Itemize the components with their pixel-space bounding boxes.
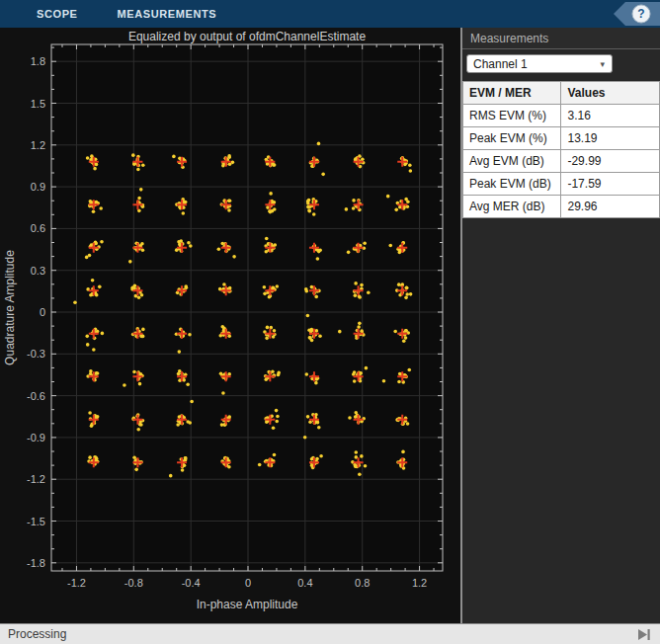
help-button[interactable]: ? <box>614 2 660 26</box>
svg-text:0: 0 <box>245 577 251 589</box>
svg-text:-1.2: -1.2 <box>67 577 86 589</box>
svg-text:0.8: 0.8 <box>355 577 370 589</box>
measurement-value: 13.19 <box>561 127 660 150</box>
measurement-row: Avg EVM (dB) -29.99 <box>463 150 660 173</box>
status-bar: Processing <box>0 623 660 644</box>
measurement-label: Peak EVM (dB) <box>463 173 561 196</box>
channel-selector-row: Channel 1 ▾ <box>462 49 660 77</box>
status-text: Processing <box>0 627 637 641</box>
measurements-panel: Measurements Channel 1 ▾ EVM / MER Value… <box>462 28 660 623</box>
svg-text:-1.2: -1.2 <box>27 473 45 485</box>
svg-text:-0.4: -0.4 <box>182 577 201 589</box>
measurement-row: Peak EVM (dB) -17.59 <box>463 173 660 196</box>
svg-text:-0.8: -0.8 <box>124 577 143 589</box>
measurement-row: Avg MER (dB) 29.96 <box>463 196 660 218</box>
svg-text:Equalized by output of ofdmCha: Equalized by output of ofdmChannelEstima… <box>128 30 366 43</box>
measurement-label: Avg EVM (dB) <box>463 150 561 173</box>
measurement-value: -29.99 <box>561 150 660 173</box>
channel-select-value: Channel 1 <box>473 57 528 71</box>
channel-select[interactable]: Channel 1 ▾ <box>466 54 613 73</box>
svg-text:-1.8: -1.8 <box>27 557 45 569</box>
step-forward-icon[interactable] <box>637 628 651 641</box>
svg-text:0.9: 0.9 <box>31 181 45 193</box>
ribbon-toolbar: SCOPE MEASUREMENTS ? <box>0 0 660 28</box>
svg-text:1.5: 1.5 <box>31 98 45 110</box>
app-window: SCOPE MEASUREMENTS ? -1.2-0.8-0.400.40.8… <box>0 0 660 644</box>
table-header-metric: EVM / MER <box>463 82 561 105</box>
svg-text:-0.3: -0.3 <box>27 348 45 360</box>
measurement-row: Peak EVM (%) 13.19 <box>463 127 660 150</box>
svg-text:0.4: 0.4 <box>297 577 312 589</box>
measurement-label: Peak EVM (%) <box>463 127 561 150</box>
question-glyph: ? <box>637 7 644 21</box>
table-header-values: Values <box>561 82 660 105</box>
measurement-label: RMS EVM (%) <box>463 105 561 127</box>
svg-text:1.2: 1.2 <box>412 577 427 589</box>
measurement-value: 3.16 <box>561 105 660 127</box>
svg-text:0.6: 0.6 <box>31 222 45 234</box>
svg-text:-1.5: -1.5 <box>27 516 45 527</box>
svg-text:In-phase Amplitude: In-phase Amplitude <box>197 598 298 611</box>
table-header-row: EVM / MER Values <box>463 82 660 105</box>
measurements-table: EVM / MER Values RMS EVM (%) 3.16 Peak E… <box>462 81 660 218</box>
measurement-label: Avg MER (dB) <box>463 196 561 218</box>
svg-text:-0.6: -0.6 <box>27 390 45 402</box>
measurements-panel-title: Measurements <box>462 28 660 49</box>
measurement-value: 29.96 <box>561 196 660 218</box>
svg-text:0: 0 <box>40 306 45 318</box>
svg-text:1.2: 1.2 <box>31 139 45 151</box>
svg-text:-0.9: -0.9 <box>27 432 45 443</box>
svg-text:0.3: 0.3 <box>31 265 45 277</box>
svg-text:Quadrature Amplitude: Quadrature Amplitude <box>3 250 17 365</box>
tab-scope[interactable]: SCOPE <box>37 8 78 20</box>
main-area: -1.2-0.8-0.400.40.81.2-1.8-1.5-1.2-0.9-0… <box>0 28 660 623</box>
chevron-down-icon: ▾ <box>600 59 605 69</box>
measurement-value: -17.59 <box>561 173 660 196</box>
constellation-plot[interactable]: -1.2-0.8-0.400.40.81.2-1.8-1.5-1.2-0.9-0… <box>0 28 460 623</box>
svg-text:1.8: 1.8 <box>31 55 45 67</box>
tab-measurements[interactable]: MEASUREMENTS <box>118 8 217 20</box>
measurement-row: RMS EVM (%) 3.16 <box>463 105 660 127</box>
